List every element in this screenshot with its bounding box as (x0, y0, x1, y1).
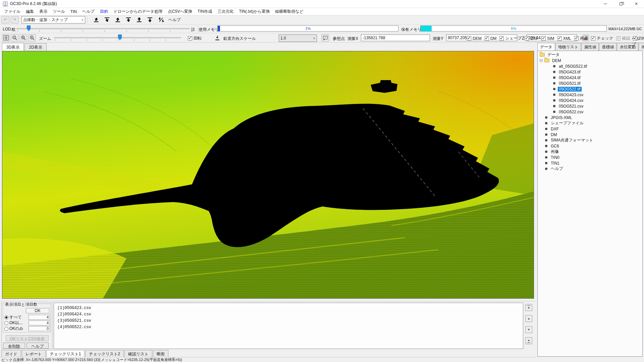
check-file-item[interactable]: (1)05OG423.csv (57, 306, 523, 312)
layer-checkbox[interactable]: シェープ (499, 36, 522, 41)
menu-item[interactable]: 目的 (97, 8, 111, 15)
bottom-tab[interactable]: 確認リスト (124, 350, 152, 357)
lower-vertical-button[interactable] (146, 16, 154, 23)
layer-checkbox[interactable]: チェック (591, 36, 613, 41)
raise-selection-button[interactable] (113, 16, 122, 23)
tree-leaf[interactable]: JPGIS-XML (538, 115, 642, 120)
maximize-button[interactable] (613, 0, 629, 8)
data-tree[interactable]: データ DEM alt_05OG522.tif 05OG423.tif (537, 51, 643, 357)
layer-checkbox[interactable]: 画像 (574, 36, 588, 41)
menu-item[interactable]: TIN (68, 8, 79, 15)
close-button[interactable]: ✕ (629, 0, 644, 8)
viewport-3d[interactable] (2, 51, 534, 299)
layer-checkbox[interactable]: XML (557, 36, 572, 41)
check-file-item[interactable]: (4)05OG522.csv (57, 325, 523, 331)
delete-all-button[interactable]: 全削除 (3, 343, 25, 349)
used-memory-label: 使用メモリ (199, 27, 219, 33)
tree-leaf[interactable]: 05OG424.csv (538, 98, 642, 103)
used-memory-bar: 1% (217, 25, 398, 32)
menu-item[interactable]: TIN作成 (195, 8, 215, 15)
layer-checkbox[interactable]: DXF (525, 36, 538, 41)
menu-item[interactable]: 点CSVへ変換 (165, 8, 195, 15)
bottom-tab[interactable]: ガイド (1, 350, 21, 357)
nav-help-label[interactable]: ヘルプ (632, 36, 640, 47)
scroll-bottom-button[interactable]: ▼ (525, 337, 532, 344)
filter-radio-row[interactable]: OKのみ 0 (4, 326, 50, 331)
viewport-tab[interactable]: 2D表示 (24, 43, 46, 52)
tree-leaf[interactable]: 05OG521.csv (538, 103, 642, 109)
menu-item[interactable]: ドローンからのデータ処理 (111, 8, 165, 15)
layer-checkbox[interactable]: DEM (467, 36, 482, 41)
scroll-top-button[interactable]: ▲ (525, 304, 532, 311)
data-panel-tab[interactable]: 座標値 (599, 43, 616, 51)
tree-leaf[interactable]: 05OG423.csv (538, 92, 642, 98)
tree-leaf[interactable]: 05OG423.tif (538, 69, 642, 75)
lower-selection-button[interactable] (124, 16, 133, 23)
save-ok-csv-button[interactable]: OKリストCSV保存 (6, 335, 49, 341)
check-file-list[interactable]: (1)05OG423.csv (2)05OG424.csv (3)05OG521… (54, 303, 523, 349)
toggle-direction-button[interactable] (156, 16, 165, 23)
data-panel-tab[interactable]: 属性値 (581, 43, 599, 51)
menu-item[interactable]: 表示 (37, 8, 50, 15)
lod-slider-ticks (17, 30, 189, 32)
tree-root[interactable]: データ (538, 52, 642, 58)
tree-leaf[interactable]: alt_05OG522.tif (538, 63, 642, 69)
tree-leaf[interactable]: GC6 (538, 143, 642, 149)
tree-leaf-label: 05OG522.csv (558, 110, 584, 114)
lod-slider[interactable] (16, 25, 190, 33)
viewport-tab[interactable]: 3D表示 (2, 43, 24, 51)
data-panel-tab[interactable]: データ (537, 43, 555, 51)
toolbar-help-label[interactable]: ヘルプ (168, 17, 181, 23)
layer-checkbox[interactable]: 確認 (616, 36, 630, 41)
tree-leaf[interactable]: シェープファイル (538, 120, 642, 126)
redo-button[interactable]: ↷ (11, 16, 19, 23)
scroll-down-button[interactable]: ▼ (525, 326, 532, 333)
raise-vertical-button[interactable] (135, 16, 144, 23)
tree-leaf[interactable]: 05OG522.csv (538, 109, 642, 115)
scroll-up-button[interactable]: ▲ (525, 315, 532, 322)
layer-checkbox[interactable]: SIM (541, 36, 554, 41)
layer-checkbox[interactable]: DM (485, 36, 497, 41)
menu-item[interactable]: 縦横断取得など (272, 8, 306, 15)
check-file-item[interactable]: (3)05OG521.csv (57, 318, 523, 325)
tree-leaf[interactable]: 05OG521.tif (538, 80, 642, 86)
menu-item[interactable]: ファイル (1, 8, 23, 15)
max-memory-label: MAX=14,222MB GC (608, 27, 642, 31)
bottom-tab[interactable]: チェックリスト2 (85, 350, 124, 357)
point-mode-select[interactable]: 点移動・追加：スナップ ∨ (21, 16, 85, 23)
point-bullet-icon (553, 88, 555, 90)
tree-leaf[interactable]: TIN0 (538, 155, 642, 160)
tree-leaf[interactable]: DXF (538, 126, 642, 132)
bottom-tab[interactable]: 断面 (153, 350, 168, 357)
lower-point-button[interactable] (103, 16, 111, 23)
filter-radio-row[interactable]: OK以... 4 (4, 320, 50, 326)
menu-item[interactable]: ヘルプ (79, 8, 97, 15)
bottom-tab[interactable]: チェックリスト1 (46, 350, 85, 357)
menu-item[interactable]: 三次元化 (215, 8, 236, 15)
raise-point-button[interactable] (92, 16, 101, 23)
tree-leaf[interactable]: 05OG424.tif (538, 75, 642, 80)
menu-item[interactable]: ツール (50, 8, 68, 15)
tree-node-dem[interactable]: DEM (538, 58, 642, 63)
collapse-icon[interactable] (540, 59, 543, 62)
tree-leaf[interactable]: ヘルプ (538, 166, 642, 172)
check-file-item[interactable]: (2)05OG424.csv (57, 312, 523, 318)
checkbox-box (485, 36, 489, 41)
layer-checkbox-label: チェック (597, 36, 613, 41)
undo-button[interactable]: ↶ (1, 16, 9, 23)
bottom-tab[interactable]: レポート (22, 350, 46, 357)
data-panel-tab[interactable]: 地物リスト (555, 43, 581, 51)
bottom-tabs: ガイド レポート チェックリスト1 チェックリスト2 確認リスト 断面 (0, 350, 535, 357)
restore-icon (620, 3, 623, 5)
menu-item[interactable]: 編集 (23, 8, 37, 15)
menu-item[interactable]: TIN(.txt)から変換 (236, 8, 272, 15)
tree-leaf[interactable]: TIN1 (538, 160, 642, 166)
tree-leaf[interactable]: DM (538, 132, 642, 137)
minimize-button[interactable] (598, 0, 613, 8)
tree-leaf[interactable]: 画像 (538, 149, 642, 155)
tree-leaf[interactable]: SIMA共通フォーマット (538, 137, 642, 143)
filter-radio-row[interactable]: すべて 4 (4, 314, 50, 320)
checklist-help-button[interactable]: ヘルプ (26, 343, 49, 349)
tree-leaf[interactable]: 05OG522.tif (538, 86, 642, 92)
undo-icon: ↶ (4, 17, 7, 22)
